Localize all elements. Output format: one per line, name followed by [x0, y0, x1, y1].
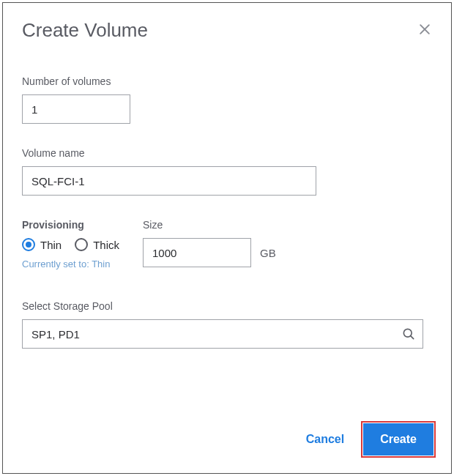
- provisioning-label: Provisioning: [22, 219, 119, 231]
- provisioning-hint: Currently set to: Thin: [22, 259, 119, 269]
- storage-pool-label: Select Storage Pool: [22, 300, 432, 312]
- dialog-body: Number of volumes Volume name Provisioni…: [3, 42, 451, 423]
- volume-name-input[interactable]: [22, 166, 316, 196]
- provisioning-thin-radio[interactable]: Thin: [22, 238, 62, 251]
- provisioning-thick-radio[interactable]: Thick: [75, 238, 119, 251]
- size-group: Size GB: [143, 219, 276, 267]
- number-of-volumes-input[interactable]: [22, 94, 130, 124]
- volume-name-label: Volume name: [22, 147, 432, 159]
- search-icon[interactable]: [401, 327, 416, 341]
- storage-pool-input[interactable]: [22, 319, 423, 349]
- provisioning-radio-row: Thin Thick: [22, 238, 119, 251]
- number-of-volumes-group: Number of volumes: [22, 75, 432, 124]
- dialog-footer: Cancel Create: [3, 423, 451, 473]
- storage-pool-group: Select Storage Pool: [22, 300, 432, 349]
- size-input[interactable]: [143, 238, 251, 267]
- svg-line-3: [411, 336, 414, 339]
- dialog-header: Create Volume: [3, 3, 451, 42]
- close-icon[interactable]: [417, 22, 432, 37]
- number-of-volumes-label: Number of volumes: [22, 75, 432, 87]
- radio-selected-icon: [22, 238, 35, 251]
- size-label: Size: [143, 219, 276, 231]
- provisioning-thick-label: Thick: [93, 239, 119, 251]
- cancel-button[interactable]: Cancel: [303, 425, 347, 453]
- dialog-title: Create Volume: [22, 19, 148, 42]
- provisioning-group: Provisioning Thin Thick Currently set to…: [22, 219, 119, 269]
- volume-name-group: Volume name: [22, 147, 432, 196]
- create-button[interactable]: Create: [363, 423, 433, 455]
- provisioning-size-row: Provisioning Thin Thick Currently set to…: [22, 219, 432, 269]
- create-volume-dialog: Create Volume Number of volumes Volume n…: [2, 2, 452, 474]
- size-unit: GB: [260, 247, 276, 259]
- radio-unselected-icon: [75, 238, 88, 251]
- provisioning-thin-label: Thin: [40, 239, 62, 251]
